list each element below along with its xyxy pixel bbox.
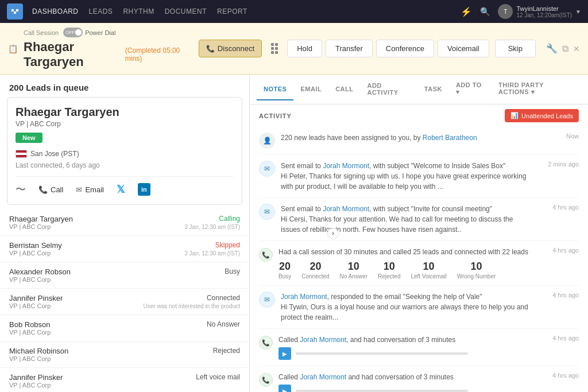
play-button[interactable]: ▶	[278, 347, 291, 360]
stat-item: 10Left Voicemail	[411, 261, 446, 280]
email-action[interactable]: ✉ Email	[76, 185, 104, 194]
lead-list-company: VP | ABC Corp	[9, 250, 62, 257]
audio-progress-bar[interactable]	[296, 390, 468, 392]
list-item[interactable]: Alexander RobsonVP | ABC CorpBusy	[0, 262, 249, 289]
activity-item: 📞Had a call session of 30 minutes and ca…	[259, 241, 579, 286]
phone-activity-icon: 📞	[259, 336, 273, 350]
nav-report[interactable]: REPORT	[217, 7, 247, 15]
lead-status: Left voice mail	[196, 373, 240, 381]
stat-item: 20Connected	[301, 261, 329, 280]
lightning-icon[interactable]: ⚡	[461, 6, 472, 17]
list-item[interactable]: Rhaegar TargaryenVP | ABC CorpCalling3 J…	[0, 209, 249, 236]
audio-progress-bar[interactable]	[296, 352, 468, 355]
email-activity-icon: ✉	[259, 292, 275, 308]
list-item[interactable]: Bob RobsonVP | ABC CorpNo Answer	[0, 315, 249, 341]
skip-button[interactable]: Skip	[495, 40, 536, 57]
activity-content: Called Jorah Mormont and had conversatio…	[278, 372, 579, 392]
activity-content: Had a call session of 30 minutes and cal…	[278, 247, 579, 280]
conference-button[interactable]: Conference	[376, 40, 434, 57]
user-subtitle: 12 Jan, 12:20am(IST)	[516, 12, 572, 18]
call-session-bar: 📋 Call Session OFF Power Dial Rhaegar Ta…	[0, 23, 588, 75]
nav-rhythm[interactable]: RHYTHM	[123, 7, 154, 15]
stat-number: 20	[301, 261, 329, 273]
activity-link[interactable]: Jorah Mormont	[281, 293, 327, 301]
tab-add-to[interactable]: ADD TO ▾	[449, 75, 492, 104]
caller-name: Rhaegar Targaryen	[24, 40, 122, 69]
activity-text: Had a call session of 30 minutes and cal…	[278, 247, 533, 257]
top-nav: DASHBOARD LEADS RHYTHM DOCUMENT REPORT ⚡…	[0, 0, 588, 23]
stat-label: Wrong Number	[457, 273, 496, 280]
tab-task[interactable]: TASK	[417, 79, 449, 100]
phone-activity-icon: 📞	[259, 248, 273, 262]
stat-label: Connected	[301, 273, 329, 280]
activity-link[interactable]: Robert Baratheon	[423, 134, 477, 142]
tab-notes[interactable]: NOTES	[257, 79, 293, 100]
lead-badge[interactable]: New	[16, 133, 42, 143]
activity-content: Jorah Mormont, responded to the email "S…	[281, 292, 579, 323]
stat-item: 10Wrong Number	[457, 261, 496, 280]
unattended-leads-button[interactable]: 📊 Unattended Leads	[505, 109, 579, 122]
linkedin-icon[interactable]: in	[138, 183, 150, 196]
lead-list-name: Michael Robinson	[9, 347, 68, 355]
list-item[interactable]: Jannifer PinskerVP | ABC CorpLeft voice …	[0, 368, 249, 392]
wrench-icon[interactable]: 🔧	[546, 43, 558, 54]
disconnect-button[interactable]: 📞 Disconnect	[199, 40, 262, 57]
power-dial-toggle[interactable]: OFF Power Dial	[63, 28, 115, 37]
call-actions: Hold Transfer Conference Voicemail Skip	[287, 40, 536, 57]
nav-logo[interactable]	[7, 3, 23, 20]
nav-leads[interactable]: LEADS	[89, 7, 113, 15]
left-panel: 200 Leads in queue Rhaegar Targaryen VP …	[0, 75, 250, 392]
activity-content: 220 new leads have been assigned to you,…	[281, 133, 579, 149]
list-item[interactable]: Berristan SelmyVP | ABC CorpSkipped3 Jan…	[0, 236, 249, 262]
stat-number: 10	[378, 261, 400, 273]
activity-title: ACTIVITY	[259, 112, 292, 119]
close-icon[interactable]: ✕	[573, 44, 580, 53]
tab-add-activity[interactable]: ADD ACTIVITY	[360, 75, 417, 104]
lead-time: User was not interested in the product	[144, 303, 240, 309]
main-layout: 200 Leads in queue Rhaegar Targaryen VP …	[0, 75, 588, 392]
play-button[interactable]: ▶	[278, 385, 291, 392]
activity-link[interactable]: Jorah Mormont	[323, 205, 369, 213]
activity-feed: 👤220 new leads have been assigned to you…	[250, 127, 588, 392]
edit-icons: 🔧 ⧉ ✕	[546, 43, 580, 54]
activity-time: 4 hrs ago	[552, 292, 579, 298]
stat-number: 10	[411, 261, 446, 273]
right-panel: NOTES EMAIL CALL ADD ACTIVITY TASK ADD T…	[250, 75, 588, 392]
nav-document[interactable]: DOCUMENT	[165, 7, 207, 15]
tab-third-party[interactable]: THIRD PARTY ACTIONS ▾	[492, 75, 581, 104]
toggle-switch[interactable]: OFF	[63, 28, 83, 37]
nav-dashboard[interactable]: DASHBOARD	[32, 7, 79, 15]
activity-header: ACTIVITY 📊 Unattended Leads	[250, 104, 588, 127]
activity-item: 📞Called Jorah Mormont and had conversati…	[259, 366, 579, 392]
user-menu[interactable]: T TwyinLannister 12 Jan, 12:20am(IST) ▼	[498, 4, 581, 19]
twitter-icon[interactable]: 𝕏	[117, 183, 125, 196]
list-item[interactable]: Jannifer PinskerVP | ABC CorpConnectedUs…	[0, 289, 249, 315]
hold-button[interactable]: Hold	[287, 40, 322, 57]
disconnect-label: Disconnect	[218, 44, 254, 53]
copy-icon[interactable]: ⧉	[562, 44, 568, 54]
activity-content: Sent email to Jorah Mormont, with subjec…	[281, 204, 579, 235]
search-icon[interactable]: 🔍	[480, 7, 490, 16]
stat-label: Busy	[278, 273, 291, 280]
call-action[interactable]: 📞 Call	[38, 185, 63, 194]
activity-time: 4 hrs ago	[552, 372, 579, 379]
stat-item: 10Rejected	[378, 261, 400, 280]
transfer-button[interactable]: Transfer	[326, 40, 373, 57]
avatar: T	[498, 4, 513, 19]
activity-link[interactable]: Jorah Mormont	[323, 162, 369, 170]
activity-item: 📞Called Jorah Mormont, and had conversat…	[259, 329, 579, 366]
activity-icon[interactable]: 〜	[16, 183, 26, 196]
grid-button[interactable]	[268, 40, 281, 57]
activity-body-text: Hi Peter, Thanks for signing up with us.…	[281, 172, 526, 191]
tab-call[interactable]: CALL	[328, 79, 360, 100]
tab-email[interactable]: EMAIL	[293, 79, 328, 100]
activity-text: 220 new leads have been assigned to you,…	[281, 133, 533, 143]
lead-list: Rhaegar TargaryenVP | ABC CorpCalling3 J…	[0, 209, 249, 392]
list-item[interactable]: Michael RobinsonVP | ABC CorpRejected	[0, 341, 249, 368]
activity-link[interactable]: Jorah Mormont	[300, 373, 346, 381]
voicemail-button[interactable]: Voicemail	[438, 40, 489, 57]
activity-item: ✉Sent email to Jorah Mormont, with subje…	[259, 155, 579, 198]
disconnect-icon: 📞	[206, 45, 215, 53]
lead-list-company: VP | ABC Corp	[9, 329, 51, 336]
activity-link[interactable]: Jorah Mormont	[300, 336, 346, 344]
